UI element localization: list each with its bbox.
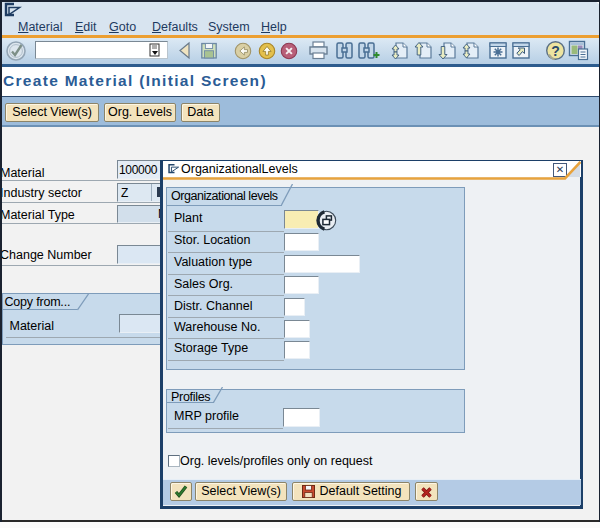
svg-text:?: ?	[551, 43, 560, 59]
